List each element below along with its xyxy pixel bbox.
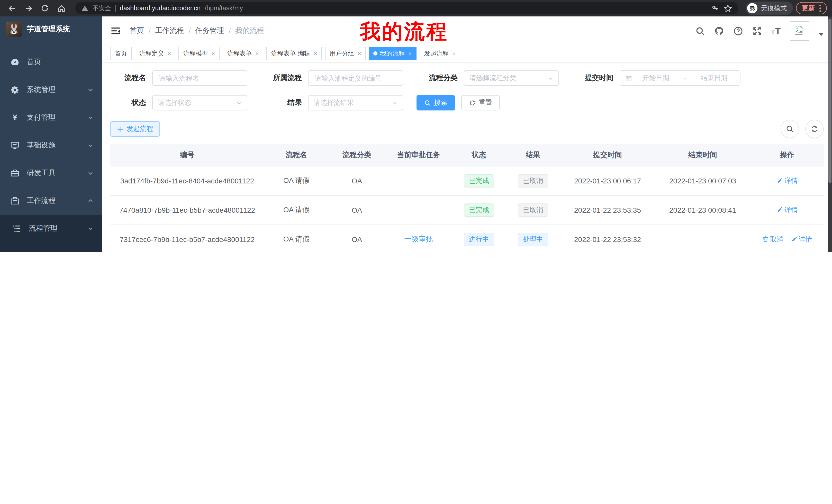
breadcrumb-item[interactable]: 任务管理 xyxy=(196,26,224,35)
sidebar-item-infra[interactable]: 基础设施 xyxy=(0,132,102,159)
logo-image: 🐰 xyxy=(6,22,22,37)
process-name-input-field[interactable] xyxy=(158,74,242,82)
search-button[interactable]: 搜索 xyxy=(417,95,455,110)
category-placeholder: 请选择流程分类 xyxy=(469,74,516,83)
home-icon[interactable] xyxy=(54,2,68,15)
cell-id: 3ad174fb-7b9d-11ec-8404-acde48001122 xyxy=(110,166,264,195)
cell-category: OA xyxy=(329,166,385,195)
bookmark-star-icon[interactable] xyxy=(724,4,732,12)
sidebar-item-devtools[interactable]: 研发工具 xyxy=(0,159,102,187)
close-icon[interactable]: × xyxy=(452,50,456,57)
close-icon[interactable]: × xyxy=(314,50,317,57)
filter-label-time: 提交时间 xyxy=(572,74,620,83)
fullscreen-icon[interactable] xyxy=(752,26,762,36)
cell-name: OA 请假 xyxy=(264,225,329,252)
sidebar-item-workflow[interactable]: 工作流程 xyxy=(0,187,102,215)
forward-icon[interactable] xyxy=(22,2,35,15)
tab-my-process[interactable]: 我的流程× xyxy=(369,47,416,60)
filter-label-name: 流程名 xyxy=(110,74,152,83)
sidebar: 🐰 芋道管理系统 首页 系统管理 ¥ 支付管理 xyxy=(0,17,102,252)
tab-process-form[interactable]: 流程表单× xyxy=(223,47,263,60)
tab-start-process[interactable]: 发起流程× xyxy=(419,47,460,60)
tab-process-definition[interactable]: 流程定义× xyxy=(135,47,176,60)
result-placeholder: 请选择流结果 xyxy=(314,98,354,107)
address-bar[interactable]: 不安全 dashboard.yudao.iocoder.cn/bpm/task/… xyxy=(75,2,738,15)
task-link[interactable]: 一级审批 xyxy=(404,235,433,243)
table-row: 7470a810-7b9b-11ec-b5b7-acde48001122OA 请… xyxy=(110,195,824,225)
workflow-submenu: 流程管理 任务管理 我的流程 待办任务 xyxy=(0,215,102,252)
search-button-label: 搜索 xyxy=(434,98,447,107)
briefcase-icon xyxy=(10,196,20,205)
avatar[interactable] xyxy=(790,21,809,40)
date-range-picker[interactable]: 开始日期 - 结束日期 xyxy=(620,71,740,86)
app-title: 芋道管理系统 xyxy=(27,25,70,34)
result-tag: 已取消 xyxy=(518,174,548,188)
navbar: 首页 / 工作流程 / 任务管理 / 我的流程 TT xyxy=(102,17,832,45)
help-icon[interactable] xyxy=(733,26,743,36)
edit-icon xyxy=(776,177,783,184)
update-button[interactable]: 更新 xyxy=(796,2,827,15)
tab-label: 流程定义 xyxy=(139,49,164,58)
process-name-input[interactable] xyxy=(152,71,247,86)
col-header-end-time: 结束时间 xyxy=(655,144,750,166)
sidebar-item-label: 基础设施 xyxy=(27,141,55,150)
detail-link[interactable]: 详情 xyxy=(776,205,798,215)
category-select[interactable]: 请选择流程分类 xyxy=(464,71,559,86)
breadcrumb-item[interactable]: 工作流程 xyxy=(155,26,184,35)
status-select[interactable]: 请选择状态 xyxy=(152,95,247,110)
update-label: 更新 xyxy=(802,4,815,13)
sidebar-item-process-mgmt[interactable]: 流程管理 xyxy=(0,215,102,243)
sidebar-item-label: 支付管理 xyxy=(27,113,55,122)
avatar-dropdown-icon[interactable] xyxy=(818,33,824,36)
cancel-link[interactable]: 取消 xyxy=(762,235,783,244)
sidebar-item-home[interactable]: 首页 xyxy=(0,48,102,76)
password-key-icon[interactable] xyxy=(711,4,719,12)
search-icon[interactable] xyxy=(695,26,705,36)
sidebar-item-system[interactable]: 系统管理 xyxy=(0,76,102,104)
detail-link[interactable]: 详情 xyxy=(776,176,798,186)
close-icon[interactable]: × xyxy=(256,50,259,57)
toggle-search-button[interactable] xyxy=(781,120,799,138)
sidebar-item-payment[interactable]: ¥ 支付管理 xyxy=(0,104,102,132)
sidebar-item-task-mgmt[interactable]: 任务管理 xyxy=(0,243,102,252)
screen: 不安全 dashboard.yudao.iocoder.cn/bpm/task/… xyxy=(0,0,832,252)
col-header-category: 流程分类 xyxy=(329,144,385,166)
close-icon[interactable]: × xyxy=(167,50,171,57)
window-scrollbar[interactable] xyxy=(828,17,832,252)
close-icon[interactable]: × xyxy=(212,50,215,57)
breadcrumb-item[interactable]: 首页 xyxy=(130,26,144,35)
font-size-icon[interactable]: TT xyxy=(771,26,781,35)
app-logo[interactable]: 🐰 芋道管理系统 xyxy=(0,17,102,42)
back-icon[interactable] xyxy=(5,2,19,15)
browser-menu-icon[interactable] xyxy=(819,4,821,12)
tab-process-model[interactable]: 流程模型× xyxy=(179,47,219,60)
github-icon[interactable] xyxy=(714,26,724,36)
scrollbar-thumb[interactable] xyxy=(828,19,831,183)
col-header-status: 状态 xyxy=(452,144,506,166)
result-select[interactable]: 请选择流结果 xyxy=(308,95,403,110)
cell-end-time: 2022-01-23 00:08:41 xyxy=(655,195,750,225)
refresh-table-button[interactable] xyxy=(805,120,824,138)
cell-submit-time: 2022-01-22 23:53:35 xyxy=(560,195,655,225)
edit-icon xyxy=(776,207,783,214)
sidebar-toggle-icon[interactable] xyxy=(110,25,121,36)
browser-toolbar: 不安全 dashboard.yudao.iocoder.cn/bpm/task/… xyxy=(0,0,832,17)
reset-button[interactable]: 重置 xyxy=(461,95,500,110)
filter-label-category: 流程分类 xyxy=(417,74,464,83)
status-tag: 已完成 xyxy=(464,203,494,217)
process-definition-input[interactable] xyxy=(308,71,403,86)
table-body: 3ad174fb-7b9d-11ec-8404-acde48001122OA 请… xyxy=(110,166,824,252)
tab-home[interactable]: 首页 xyxy=(110,47,132,60)
close-icon[interactable]: × xyxy=(358,50,361,57)
chevron-up-icon xyxy=(87,198,94,204)
flow-tree-icon xyxy=(12,252,22,252)
start-date-placeholder: 开始日期 xyxy=(635,74,677,83)
close-icon[interactable]: × xyxy=(408,50,412,57)
process-definition-input-field[interactable] xyxy=(314,74,397,82)
tab-user-group[interactable]: 用户分组× xyxy=(325,47,366,60)
create-process-button[interactable]: 发起流程 xyxy=(110,121,160,137)
reload-icon[interactable] xyxy=(38,2,51,15)
detail-link[interactable]: 详情 xyxy=(790,235,812,244)
tab-process-form-edit[interactable]: 流程表单-编辑× xyxy=(267,47,322,60)
tab-label: 发起流程 xyxy=(424,49,449,58)
